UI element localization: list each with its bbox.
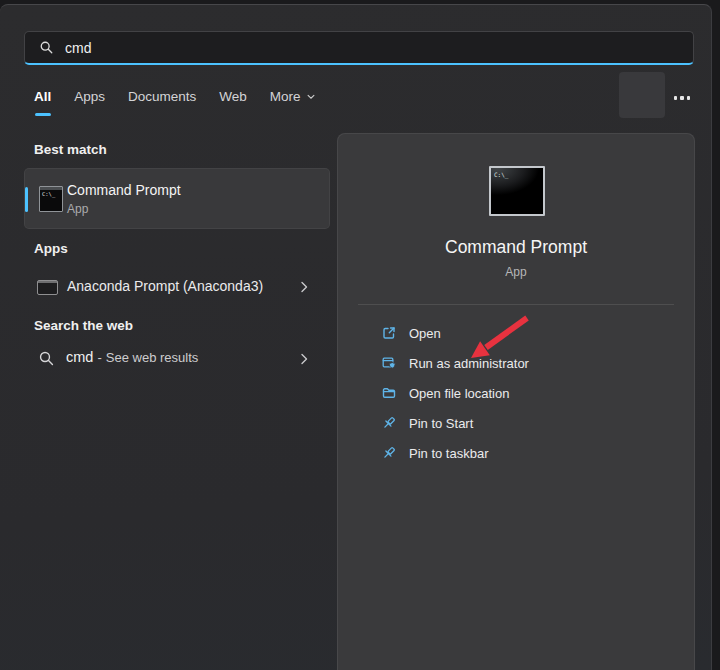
action-label: Pin to taskbar bbox=[409, 446, 489, 461]
chevron-right-icon bbox=[296, 279, 312, 295]
search-filter-tabs: All Apps Documents Web More bbox=[34, 89, 316, 112]
pin-icon bbox=[381, 415, 397, 431]
windows-search-screen: All Apps Documents Web More Best match C… bbox=[0, 0, 720, 670]
tab-documents[interactable]: Documents bbox=[128, 89, 196, 112]
chevron-down-icon bbox=[306, 92, 316, 102]
tab-web[interactable]: Web bbox=[219, 89, 247, 112]
tab-more[interactable]: More bbox=[270, 89, 316, 112]
section-header-best-match: Best match bbox=[34, 142, 107, 157]
tab-all[interactable]: All bbox=[34, 89, 51, 112]
section-header-apps: Apps bbox=[34, 241, 68, 256]
section-header-search-web: Search the web bbox=[34, 318, 133, 333]
web-separator: - bbox=[97, 350, 101, 365]
chevron-right-icon bbox=[296, 351, 312, 367]
start-search-menu: All Apps Documents Web More Best match C… bbox=[0, 4, 712, 670]
action-open[interactable]: Open bbox=[338, 318, 694, 348]
tab-apps[interactable]: Apps bbox=[74, 89, 105, 112]
web-result-item[interactable]: cmd - See web results bbox=[24, 335, 330, 381]
folder-icon bbox=[381, 385, 397, 401]
best-match-title: Command Prompt bbox=[67, 182, 181, 198]
terminal-window-icon bbox=[37, 280, 58, 295]
web-result-text: cmd - See web results bbox=[66, 349, 198, 365]
action-pin-to-start[interactable]: Pin to Start bbox=[338, 408, 694, 438]
preview-app-type: App bbox=[338, 265, 694, 279]
best-match-subtitle: App bbox=[67, 202, 88, 216]
cmd-terminal-icon-large: C:\_ bbox=[489, 166, 545, 216]
search-icon bbox=[39, 40, 54, 55]
action-label: Run as administrator bbox=[409, 356, 529, 371]
selection-accent-bar bbox=[25, 187, 28, 212]
dot-icon bbox=[680, 96, 684, 100]
cmd-terminal-icon: C:\_ bbox=[39, 186, 63, 212]
search-bar[interactable] bbox=[24, 31, 694, 65]
search-input[interactable] bbox=[65, 40, 625, 56]
preview-panel: C:\_ Command Prompt App Open bbox=[337, 133, 695, 670]
more-options-button[interactable] bbox=[669, 89, 695, 107]
action-run-as-administrator[interactable]: Run as administrator bbox=[338, 348, 694, 378]
preview-app-title: Command Prompt bbox=[338, 237, 694, 258]
web-suffix: See web results bbox=[106, 350, 199, 365]
web-query: cmd bbox=[66, 349, 93, 365]
action-open-file-location[interactable]: Open file location bbox=[338, 378, 694, 408]
action-label: Pin to Start bbox=[409, 416, 473, 431]
search-icon bbox=[38, 350, 55, 367]
list-item-anaconda-prompt[interactable]: Anaconda Prompt (Anaconda3) bbox=[24, 263, 330, 311]
action-label: Open file location bbox=[409, 386, 509, 401]
recent-highlight-square bbox=[619, 72, 665, 118]
divider bbox=[358, 304, 674, 305]
action-label: Open bbox=[409, 326, 441, 341]
open-external-icon bbox=[381, 325, 397, 341]
dot-icon bbox=[687, 96, 691, 100]
dot-icon bbox=[674, 96, 678, 100]
pin-icon bbox=[381, 445, 397, 461]
best-match-item-command-prompt[interactable]: C:\_ Command Prompt App bbox=[24, 168, 330, 229]
admin-shield-icon bbox=[381, 355, 397, 371]
tab-more-label: More bbox=[270, 89, 301, 104]
action-pin-to-taskbar[interactable]: Pin to taskbar bbox=[338, 438, 694, 468]
action-list: Open Run as administrator Open file bbox=[338, 318, 694, 468]
list-item-label: Anaconda Prompt (Anaconda3) bbox=[67, 278, 263, 294]
